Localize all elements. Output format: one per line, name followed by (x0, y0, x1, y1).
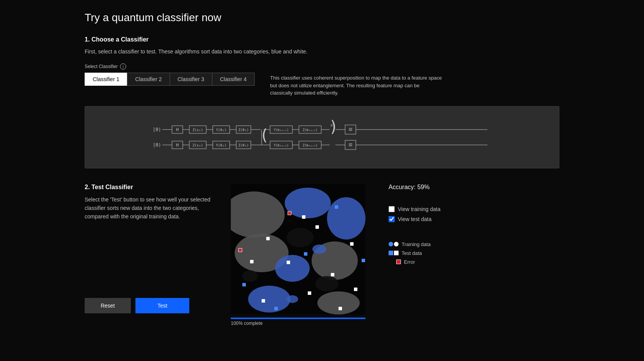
accuracy-text: Accuracy: 59% (389, 184, 559, 191)
section1-desc: First, select a classifier to test. Thes… (85, 48, 559, 56)
svg-point-59 (275, 255, 310, 282)
svg-rect-77 (262, 299, 265, 303)
svg-point-56 (285, 188, 331, 218)
classification-map (231, 184, 365, 314)
section-choose-classifier: 1. Choose a Classifier First, select a c… (85, 36, 559, 168)
test-button[interactable]: Test (135, 298, 189, 313)
svg-text:H: H (176, 143, 179, 148)
classifier-description: This classifier uses coherent superposit… (270, 73, 443, 97)
svg-text:|0⟩: |0⟩ (153, 142, 161, 148)
test-left-panel: 2. Test Classifier Select the 'Test' but… (85, 184, 215, 313)
svg-point-62 (317, 291, 360, 314)
legend-training: Training data (389, 241, 559, 247)
progress-bar-fill (231, 318, 365, 319)
reset-button[interactable]: Reset (85, 298, 131, 313)
svg-text:Y(θ₄ₐ₊₃): Y(θ₄ₐ₊₃) (274, 144, 289, 147)
svg-rect-73 (331, 273, 334, 276)
svg-rect-86 (362, 259, 365, 262)
svg-text:Y(θ₄ₐ₊₁): Y(θ₄ₐ₊₁) (274, 128, 289, 132)
svg-rect-81 (239, 248, 242, 252)
error-square-icon (396, 260, 401, 264)
legend-test: Test data (389, 250, 559, 256)
view-test-checkbox[interactable]: View test data (389, 216, 559, 222)
svg-text:): ) (329, 118, 338, 135)
svg-text:Z(x₁): Z(x₁) (192, 128, 203, 132)
svg-rect-69 (315, 225, 319, 229)
checkbox-group: View training data View test data (389, 206, 559, 222)
svg-rect-83 (242, 283, 246, 286)
blue-dot-icon (389, 242, 393, 246)
training-checkbox-input[interactable] (389, 206, 395, 212)
svg-rect-78 (250, 260, 254, 263)
info-icon[interactable]: i (120, 63, 126, 70)
white-dot-icon (394, 242, 399, 246)
svg-rect-70 (302, 215, 305, 219)
svg-rect-84 (274, 307, 278, 310)
svg-point-63 (287, 228, 314, 247)
svg-point-61 (248, 286, 290, 313)
circuit-diagram: |0⟩ H Z(x₁) Y(θ₂) Z(θ₃) ( (85, 106, 559, 168)
svg-text:⊡: ⊡ (349, 126, 352, 132)
results-panel: Accuracy: 59% View training data View te… (381, 184, 559, 265)
legend: Training data Test data Error (389, 241, 559, 265)
svg-text:Z(θ₃): Z(θ₃) (238, 143, 249, 147)
page-container: Try a quantum classifier now 1. Choose a… (0, 0, 644, 341)
svg-rect-85 (304, 252, 307, 256)
classifier-tabs: Classifier 1 Classifier 2 Classifier 3 C… (85, 73, 255, 86)
svg-rect-74 (354, 288, 357, 291)
svg-rect-76 (339, 307, 342, 310)
section2-desc: Select the 'Test' button to see how well… (85, 195, 215, 221)
svg-point-66 (312, 245, 326, 254)
svg-rect-71 (350, 242, 354, 246)
svg-rect-75 (308, 291, 311, 295)
svg-text:Z(θ₄ₐ₊₄): Z(θ₄ₐ₊₄) (303, 144, 318, 147)
svg-point-57 (327, 197, 365, 240)
svg-text:Y(θ₂): Y(θ₂) (216, 128, 226, 132)
progress-bar-bg (231, 318, 365, 319)
test-checkbox-input[interactable] (389, 216, 395, 222)
section1-title: 1. Choose a Classifier (85, 36, 559, 43)
white-square-icon (394, 251, 399, 255)
svg-rect-72 (287, 261, 290, 264)
svg-text:Z(θ₄ₐ₊₂): Z(θ₄ₐ₊₂) (303, 128, 318, 132)
view-training-checkbox[interactable]: View training data (389, 206, 559, 212)
select-classifier-label: Select Classifier i (85, 63, 559, 70)
section-test-classifier: 2. Test Classifier Select the 'Test' but… (85, 184, 559, 326)
svg-text:Y(θ₂): Y(θ₂) (216, 143, 226, 147)
svg-point-64 (315, 276, 339, 291)
training-icons (389, 242, 399, 246)
section2-title: 2. Test Classifier (85, 184, 215, 191)
page-title: Try a quantum classifier now (85, 12, 559, 24)
circuit-svg: |0⟩ H Z(x₁) Y(θ₂) Z(θ₃) ( (149, 118, 495, 156)
map-and-progress: 100% complete (231, 184, 365, 326)
tab-classifier-3[interactable]: Classifier 3 (170, 73, 212, 86)
svg-text:⊡: ⊡ (349, 141, 352, 148)
svg-point-67 (287, 295, 298, 303)
legend-error: Error (389, 259, 559, 265)
svg-text:(: ( (260, 126, 269, 144)
progress-label: 100% complete (231, 321, 365, 326)
svg-text:|0⟩: |0⟩ (153, 127, 161, 132)
tab-classifier-2[interactable]: Classifier 2 (127, 73, 169, 86)
progress-bar-container: 100% complete (231, 318, 365, 326)
svg-rect-82 (335, 205, 338, 209)
svg-text:Z(x₂): Z(x₂) (192, 143, 203, 147)
svg-text:Z(θ₃): Z(θ₃) (238, 128, 249, 132)
map-container (231, 184, 365, 314)
test-icons (389, 251, 399, 255)
tab-classifier-4[interactable]: Classifier 4 (212, 73, 255, 86)
svg-point-65 (242, 270, 258, 282)
svg-text:H: H (176, 127, 179, 132)
svg-rect-68 (266, 237, 270, 240)
tab-classifier-1[interactable]: Classifier 1 (85, 73, 127, 86)
buttons-row: Reset Test (85, 298, 215, 313)
blue-square-icon (389, 251, 393, 255)
svg-rect-80 (288, 211, 291, 215)
classifier-tabs-row: Classifier 1 Classifier 2 Classifier 3 C… (85, 73, 559, 97)
